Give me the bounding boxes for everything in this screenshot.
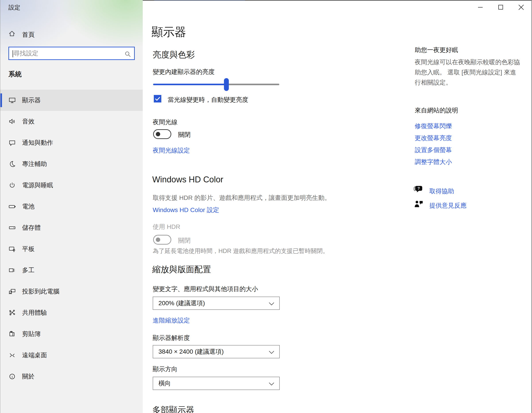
- sleep-tip-text: 夜間光線可以在夜晚顯示較暖的色彩協助您入眠。 選取 [夜間光線設定] 來進行相關…: [415, 57, 521, 88]
- scale-layout-heading: 縮放與版面配置: [152, 264, 211, 275]
- sidebar-item-storage[interactable]: 儲存體: [0, 217, 143, 238]
- toggle-knob: [156, 238, 160, 242]
- battery-icon: [9, 203, 16, 210]
- sidebar-item-display[interactable]: 顯示器: [0, 90, 143, 111]
- storage-icon: [9, 224, 16, 231]
- sidebar-item-remote-desktop[interactable]: 遠端桌面: [0, 345, 143, 366]
- clipboard-icon: [9, 330, 16, 338]
- chevron-down-icon: [269, 382, 275, 386]
- hd-color-heading: Windows HD Color: [152, 174, 223, 185]
- sidebar-item-clipboard[interactable]: 剪貼簿: [0, 323, 143, 345]
- scale-size-label: 變更文字、應用程式與其他項目的大小: [153, 285, 258, 293]
- text-caret: [13, 50, 13, 57]
- window-left-border: [0, 0, 0, 413]
- web-help-link-3[interactable]: 設置多個螢幕: [415, 146, 452, 154]
- window-top-border-tint: [154, 0, 245, 1]
- sidebar-item-sound[interactable]: 音效: [0, 111, 143, 132]
- night-light-settings-link[interactable]: 夜間光線設定: [153, 146, 190, 154]
- sidebar-item-shared-experiences[interactable]: 共用體驗: [0, 302, 143, 323]
- get-help-icon: ?: [413, 184, 423, 194]
- hd-color-settings-link[interactable]: Windows HD Color 設定: [153, 206, 219, 214]
- sidebar-item-notifications[interactable]: 通知與動作: [0, 132, 143, 153]
- tablet-icon: [9, 245, 16, 253]
- selected-indicator: [0, 93, 2, 107]
- multi-display-heading: 多部顯示器: [152, 405, 194, 413]
- use-hdr-label: 使用 HDR: [153, 223, 180, 231]
- feedback-link[interactable]: 提供意見反應: [429, 202, 466, 209]
- orientation-label: 顯示方向: [153, 365, 178, 373]
- sidebar-item-focus-assist[interactable]: 專注輔助: [0, 153, 143, 175]
- slider-thumb[interactable]: [224, 78, 229, 91]
- resolution-dropdown[interactable]: 3840 × 2400 (建議選項): [153, 345, 280, 358]
- home-icon: [9, 30, 16, 37]
- web-help-link-4[interactable]: 調整字體大小: [415, 158, 452, 166]
- orientation-dropdown[interactable]: 橫向: [153, 377, 280, 390]
- night-light-label: 夜間光線: [153, 118, 178, 126]
- web-help-link-1[interactable]: 修復螢幕閃爍: [415, 122, 452, 130]
- web-help-link-2[interactable]: 更改螢幕亮度: [415, 134, 452, 142]
- sidebar-item-tablet[interactable]: 平板: [0, 238, 143, 260]
- search-box: [9, 47, 135, 60]
- search-input[interactable]: [9, 47, 134, 59]
- hdr-battery-note: 為了延長電池使用時間，HDR 遊戲和應用程式的支援已暫時關閉。: [153, 248, 329, 255]
- orientation-dropdown-value: 橫向: [158, 379, 171, 388]
- sidebar-section-label: 系統: [9, 70, 22, 78]
- sidebar-item-home[interactable]: 首頁: [9, 29, 132, 41]
- auto-brightness-label: 當光線變更時，自動變更亮度: [168, 96, 248, 104]
- minimize-button[interactable]: [470, 1, 491, 14]
- chevron-down-icon: [269, 302, 275, 306]
- shared-experiences-icon: [9, 309, 16, 317]
- home-label: 首頁: [22, 31, 35, 38]
- night-light-state: 關閉: [178, 131, 190, 139]
- sidebar-item-multitasking[interactable]: 多工: [0, 260, 143, 281]
- window-title: 設定: [9, 4, 20, 11]
- get-help-link[interactable]: 取得協助: [429, 187, 454, 195]
- notifications-icon: [9, 139, 16, 146]
- night-light-toggle[interactable]: [153, 129, 171, 139]
- maximize-button[interactable]: [491, 1, 511, 14]
- project-icon: [9, 288, 16, 295]
- search-icon: [124, 51, 131, 58]
- brightness-slider[interactable]: [153, 78, 279, 91]
- scale-dropdown-value: 200% (建議選項): [158, 299, 205, 307]
- brightness-heading: 亮度與色彩: [153, 49, 195, 60]
- toggle-knob: [156, 132, 160, 136]
- page-title: 顯示器: [152, 25, 186, 39]
- feedback-icon: [414, 199, 424, 209]
- remote-desktop-icon: [9, 351, 16, 359]
- sidebar: 設定 首頁 系統 顯示器 音效 通知與動作 專注輔助 電源與睡眠: [0, 0, 143, 413]
- focus-assist-icon: [9, 160, 16, 168]
- multitasking-icon: [9, 267, 16, 274]
- sound-icon: [9, 118, 16, 125]
- sleep-tip-title: 助您一夜更好眠: [415, 46, 458, 54]
- resolution-label: 顯示器解析度: [153, 334, 190, 342]
- hd-color-description: 取得支援 HDR 的影片、遊戲和應用程式，讓畫面更加明亮生動。: [153, 194, 331, 202]
- chevron-down-icon: [269, 351, 275, 354]
- brightness-slider-label: 變更內建顯示器的亮度: [153, 68, 215, 76]
- display-icon: [9, 96, 16, 104]
- sidebar-item-project[interactable]: 投影到此電腦: [0, 281, 143, 302]
- scale-dropdown[interactable]: 200% (建議選項): [153, 297, 280, 310]
- auto-brightness-checkbox[interactable]: [154, 95, 161, 103]
- slider-fill: [153, 84, 226, 85]
- svg-text:?: ?: [418, 186, 420, 191]
- sidebar-item-about[interactable]: 關於: [0, 366, 143, 387]
- advanced-scaling-link[interactable]: 進階縮放設定: [153, 317, 190, 324]
- power-icon: [9, 182, 16, 189]
- sidebar-item-power[interactable]: 電源與睡眠: [0, 175, 143, 196]
- use-hdr-state: 關閉: [178, 237, 190, 244]
- web-help-title: 來自網站的說明: [415, 106, 458, 114]
- window-controls: [470, 1, 531, 14]
- use-hdr-toggle: [153, 235, 171, 245]
- close-button[interactable]: [511, 1, 531, 14]
- settings-window: { "window": { "title": "設定", "controls":…: [0, 0, 532, 413]
- sidebar-item-battery[interactable]: 電池: [0, 196, 143, 217]
- about-icon: [9, 373, 16, 380]
- resolution-dropdown-value: 3840 × 2400 (建議選項): [158, 347, 224, 356]
